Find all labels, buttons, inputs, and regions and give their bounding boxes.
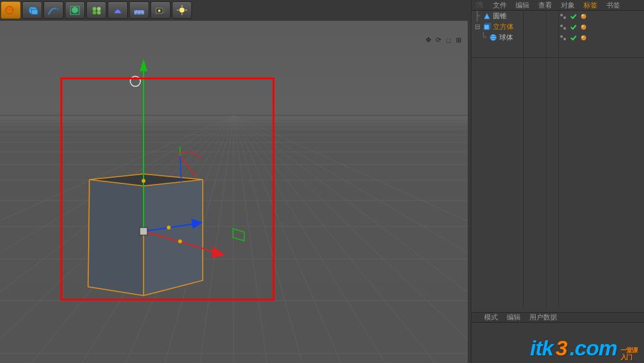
object-name[interactable]: 立方体 bbox=[493, 22, 521, 32]
tab-3[interactable]: 对象 bbox=[561, 1, 575, 10]
svg-point-8 bbox=[72, 7, 78, 13]
tree-row[interactable]: ⊟立方体 bbox=[472, 21, 644, 32]
attribute-tabs: 模式编辑用户数据 bbox=[472, 312, 644, 323]
tree-row[interactable]: 球体 bbox=[472, 32, 644, 43]
svg-marker-73 bbox=[144, 180, 203, 296]
svg-point-106 bbox=[560, 35, 563, 38]
scene-3d bbox=[0, 21, 468, 363]
spline-pen-icon[interactable] bbox=[43, 1, 64, 19]
object-name[interactable]: 圆锥 bbox=[493, 11, 521, 21]
light-icon[interactable] bbox=[172, 1, 192, 19]
viewport-rotate-icon[interactable]: ⟳ bbox=[434, 36, 443, 44]
tab-1[interactable]: 编辑 bbox=[516, 1, 529, 10]
viewport-layout-icon[interactable]: ⊞ bbox=[455, 36, 463, 44]
viewport-zoom-icon[interactable]: □ bbox=[444, 36, 453, 44]
column-divider[interactable] bbox=[558, 11, 559, 308]
viewport[interactable]: ✥⟳□⊞ bbox=[0, 21, 468, 363]
svg-point-88 bbox=[560, 14, 563, 16]
tree-toggle-icon[interactable] bbox=[474, 11, 480, 21]
svg-point-22 bbox=[179, 8, 184, 13]
svg-point-99 bbox=[563, 27, 566, 30]
create-object-icon[interactable] bbox=[1, 1, 21, 19]
attr-tab-0[interactable]: 模式 bbox=[484, 313, 498, 322]
layer-dots-icon[interactable] bbox=[560, 13, 567, 20]
svg-point-91 bbox=[582, 14, 584, 16]
svg-point-98 bbox=[560, 25, 563, 27]
generator-subdiv-icon[interactable] bbox=[65, 1, 85, 19]
svg-point-90 bbox=[581, 14, 586, 19]
watermark-text: 3 bbox=[556, 336, 567, 360]
environment-floor-icon[interactable] bbox=[129, 1, 149, 19]
watermark-sub: 入门 bbox=[621, 354, 632, 360]
svg-point-11 bbox=[93, 11, 96, 14]
visibility-check-icon[interactable] bbox=[570, 34, 577, 42]
cone-icon bbox=[482, 12, 491, 21]
svg-rect-34 bbox=[0, 21, 468, 363]
panel-tabs: 文件编辑查看对象标签书签 bbox=[472, 0, 644, 11]
cube-icon bbox=[482, 23, 491, 32]
layer-dots-icon[interactable] bbox=[560, 34, 567, 42]
tag-phong-icon[interactable] bbox=[580, 13, 587, 20]
svg-rect-84 bbox=[140, 228, 147, 235]
camera-icon[interactable] bbox=[150, 1, 171, 19]
primitive-cube-icon[interactable] bbox=[22, 1, 42, 19]
attr-tab-1[interactable]: 编辑 bbox=[507, 313, 521, 322]
svg-marker-87 bbox=[484, 13, 490, 19]
visibility-check-icon[interactable] bbox=[570, 23, 577, 31]
svg-point-82 bbox=[167, 226, 171, 229]
tag-phong-icon[interactable] bbox=[580, 34, 587, 42]
tree-branch-icon bbox=[480, 32, 487, 43]
tab-0[interactable]: 文件 bbox=[493, 1, 507, 10]
watermark: itk3.com 一堂课入门 bbox=[530, 336, 638, 360]
svg-point-20 bbox=[158, 9, 161, 12]
svg-point-81 bbox=[142, 179, 145, 183]
tag-phong-icon[interactable] bbox=[580, 23, 587, 31]
svg-point-9 bbox=[93, 7, 96, 11]
object-tree-empty bbox=[472, 57, 644, 312]
svg-marker-21 bbox=[162, 8, 166, 13]
tree-toggle-icon[interactable]: ⊟ bbox=[474, 23, 480, 31]
tab-2[interactable]: 查看 bbox=[538, 1, 552, 10]
column-divider[interactable] bbox=[546, 11, 546, 308]
svg-point-107 bbox=[563, 38, 566, 40]
tree-row[interactable]: 圆锥 bbox=[472, 11, 644, 21]
object-tree[interactable]: 圆锥⊟立方体球体 bbox=[472, 11, 644, 57]
generator-cloner-icon[interactable] bbox=[86, 1, 106, 19]
svg-point-104 bbox=[490, 35, 496, 41]
svg-point-108 bbox=[581, 35, 586, 40]
watermark-sub: 一堂课 bbox=[621, 347, 638, 354]
attr-tab-2[interactable]: 用户数据 bbox=[529, 313, 557, 322]
tab-4[interactable]: 标签 bbox=[584, 1, 597, 10]
viewport-move-icon[interactable]: ✥ bbox=[424, 36, 432, 44]
object-manager-panel: 文件编辑查看对象标签书签 圆锥⊟立方体球体 模式编辑用户数据 bbox=[471, 0, 644, 363]
watermark-text: itk bbox=[530, 336, 553, 360]
svg-point-12 bbox=[97, 11, 101, 14]
svg-point-10 bbox=[97, 7, 101, 11]
tab-5[interactable]: 书签 bbox=[606, 1, 620, 10]
deformer-icon[interactable] bbox=[108, 1, 128, 19]
layer-dots-icon[interactable] bbox=[560, 23, 567, 31]
svg-point-89 bbox=[563, 16, 566, 19]
panel-grip-icon[interactable] bbox=[475, 2, 483, 8]
svg-point-100 bbox=[581, 25, 586, 30]
svg-marker-72 bbox=[88, 180, 144, 296]
watermark-text: .com bbox=[570, 336, 617, 360]
svg-point-109 bbox=[582, 36, 584, 38]
visibility-check-icon[interactable] bbox=[570, 13, 577, 20]
svg-point-83 bbox=[178, 239, 182, 243]
column-divider[interactable] bbox=[523, 11, 524, 308]
svg-point-101 bbox=[582, 25, 584, 27]
sphere-icon bbox=[489, 33, 497, 42]
svg-rect-92 bbox=[484, 25, 489, 30]
